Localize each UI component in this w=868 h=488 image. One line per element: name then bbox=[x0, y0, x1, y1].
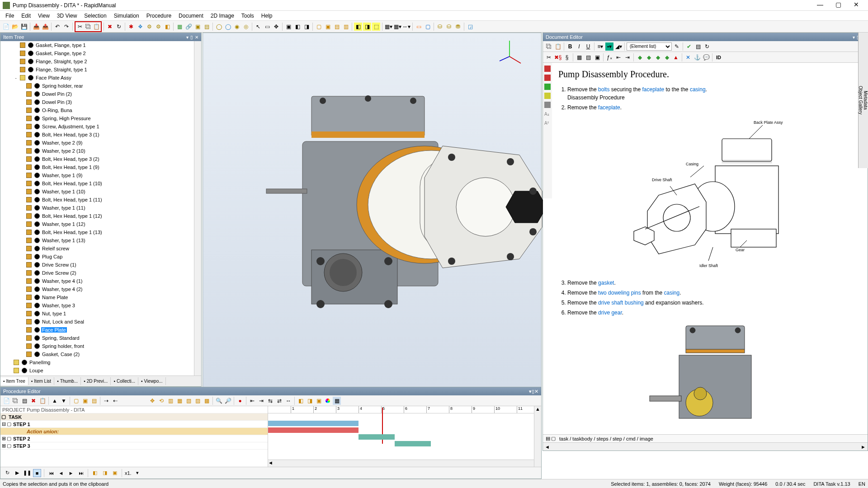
tree-item[interactable]: Bolt, Hex Head, type 3 (2) bbox=[0, 155, 201, 163]
redo-icon[interactable]: ↷ bbox=[62, 23, 71, 31]
tree-item[interactable]: Bolt, Hex Head, type 1 (12) bbox=[0, 212, 201, 220]
menu-edit[interactable]: Edit bbox=[18, 12, 34, 20]
snap-icon[interactable]: ▢ bbox=[424, 23, 432, 31]
tree-tab[interactable]: ▪Thumb... bbox=[54, 377, 81, 385]
tool2-icon[interactable]: ⚙ bbox=[154, 23, 162, 31]
tree-item[interactable]: Plug Cap bbox=[0, 253, 201, 261]
box2-icon[interactable]: ▣ bbox=[324, 23, 332, 31]
tree-item[interactable]: Gasket, Case (2) bbox=[0, 350, 201, 358]
panel-close-icon[interactable]: ✕ bbox=[195, 35, 198, 40]
proc-del-icon[interactable]: ✖ bbox=[29, 397, 38, 405]
tree-item[interactable]: Face Plate bbox=[0, 326, 201, 334]
tree-item[interactable]: O-Ring, Buna bbox=[0, 106, 201, 114]
proc-box3-icon[interactable]: ▤ bbox=[90, 397, 98, 405]
element-list-dropdown[interactable]: (Element list) bbox=[627, 42, 672, 51]
circle2-icon[interactable]: ◯ bbox=[224, 23, 232, 31]
align-icon[interactable]: ≡▾ bbox=[596, 42, 604, 51]
bar-action[interactable] bbox=[268, 427, 359, 433]
menu-2d-image[interactable]: 2D Image bbox=[207, 12, 238, 20]
group-icon[interactable]: ▣ bbox=[193, 23, 202, 31]
tree-tab[interactable]: ▪Collecti... bbox=[111, 377, 138, 385]
menu-simulation[interactable]: Simulation bbox=[110, 12, 143, 20]
comment-icon[interactable]: 💬 bbox=[702, 53, 710, 61]
import-icon[interactable]: 📥 bbox=[32, 23, 40, 31]
tree-item[interactable]: Washer, type 4 (2) bbox=[0, 285, 201, 293]
tree-item[interactable]: Drive Screw (2) bbox=[0, 269, 201, 277]
underline-icon[interactable]: U bbox=[584, 42, 592, 51]
tree-item[interactable]: -Face Plate Assy bbox=[0, 74, 201, 82]
menu-help[interactable]: Help bbox=[258, 12, 276, 20]
tree-item[interactable]: Gasket, Flange, type 1 bbox=[0, 41, 201, 49]
tree-item[interactable]: Spring holder, front bbox=[0, 342, 201, 350]
image-icon[interactable]: ▣ bbox=[593, 53, 601, 61]
refresh-icon[interactable]: ↻ bbox=[115, 23, 123, 31]
tree-item[interactable]: Washer, type 1 (9) bbox=[0, 171, 201, 179]
gutter-yellow-icon[interactable] bbox=[544, 93, 551, 99]
proc-grid-icon[interactable]: ▦ bbox=[333, 397, 341, 405]
proc-step-icon[interactable]: ▤ bbox=[20, 397, 28, 405]
proc-paste-icon[interactable]: 📋 bbox=[38, 397, 47, 405]
gear-icon[interactable]: ✱ bbox=[127, 23, 135, 31]
proc-cube3-icon[interactable]: ▣ bbox=[315, 397, 323, 405]
gutter-a1-icon[interactable]: A₂ bbox=[544, 111, 551, 117]
link-bolts[interactable]: bolts bbox=[598, 86, 609, 93]
doc-paste-icon[interactable]: 📋 bbox=[554, 42, 562, 51]
proc-up-icon[interactable]: ▲ bbox=[51, 397, 59, 405]
tree-item[interactable]: Dowel Pin (2) bbox=[0, 90, 201, 98]
tree-item[interactable]: Bolt, Hex Head, type 1 (13) bbox=[0, 228, 201, 236]
view1-icon[interactable]: ◧ bbox=[293, 23, 302, 31]
tree-item[interactable]: Flange, Straight, type 2 bbox=[0, 57, 201, 66]
open-icon[interactable]: 📂 bbox=[11, 23, 19, 31]
save-icon[interactable]: 💾 bbox=[20, 23, 28, 31]
gutter-a2-icon[interactable]: A² bbox=[544, 120, 551, 126]
tree-item[interactable]: Spring, Standard bbox=[0, 334, 201, 342]
xml-icon[interactable]: ▤ bbox=[546, 436, 550, 441]
tool-icon[interactable]: ⚙ bbox=[145, 23, 153, 31]
proc-box1-icon[interactable]: ▢ bbox=[72, 397, 80, 405]
tree-item[interactable]: Screw, Adjustment, type 1 bbox=[0, 122, 201, 131]
mesh-icon[interactable]: ❖ bbox=[136, 23, 144, 31]
link-dowel[interactable]: two doweling pins bbox=[598, 290, 641, 296]
new-icon[interactable]: 📄 bbox=[2, 23, 10, 31]
cube-icon[interactable]: ◧ bbox=[163, 23, 171, 31]
tree-item[interactable]: Washer, type 1 (13) bbox=[0, 236, 201, 244]
copy-icon[interactable]: ⿻ bbox=[84, 23, 92, 31]
proc-snap1-icon[interactable]: ⇤ bbox=[248, 397, 256, 405]
doc-copy-icon[interactable]: ⿻ bbox=[545, 42, 553, 51]
struct-icon[interactable]: ▤ bbox=[694, 42, 702, 51]
refresh2-icon[interactable]: ↻ bbox=[703, 42, 711, 51]
db-icon[interactable]: ⛁ bbox=[436, 23, 444, 31]
metadata-tab[interactable]: Metadata bbox=[863, 91, 868, 110]
circle4-icon[interactable]: ◎ bbox=[242, 23, 250, 31]
tree-item[interactable]: Washer, type 1 (11) bbox=[0, 204, 201, 212]
timeline[interactable]: 1234567891011 ▲ ◄ bbox=[268, 406, 541, 467]
link-casing[interactable]: casing bbox=[690, 86, 706, 93]
anchor-icon[interactable]: ⚓ bbox=[693, 53, 701, 61]
export-icon[interactable]: 📤 bbox=[41, 23, 49, 31]
proc-snap4-icon[interactable]: ⇄ bbox=[275, 397, 283, 405]
iso-icon[interactable]: ◲ bbox=[466, 23, 474, 31]
tree-item[interactable]: Loupe bbox=[0, 366, 201, 375]
tree-item[interactable]: Spring holder, rear bbox=[0, 82, 201, 90]
link-faceplate[interactable]: faceplate bbox=[642, 86, 664, 93]
first-icon[interactable]: ⏮ bbox=[47, 469, 55, 477]
tree-item[interactable]: PanelImg bbox=[0, 358, 201, 366]
tree-item[interactable]: Spring, High Pressure bbox=[0, 114, 201, 122]
gutter-red2-icon[interactable] bbox=[544, 75, 551, 81]
highlight-icon[interactable]: ◢▾ bbox=[614, 42, 623, 51]
indent-r-icon[interactable]: ⇥ bbox=[623, 53, 632, 61]
gutter-grey-icon[interactable] bbox=[544, 102, 551, 108]
proc-l5-icon[interactable]: ▧ bbox=[184, 397, 193, 405]
pointer-icon[interactable]: ↖ bbox=[254, 23, 262, 31]
32-icon[interactable]: ▭ bbox=[415, 23, 423, 31]
breadcrumb-path[interactable]: task / taskbody / steps / step / cmd / i… bbox=[559, 436, 653, 441]
proc-snap3-icon[interactable]: ⇆ bbox=[266, 397, 274, 405]
hl3-icon[interactable]: ⬚ bbox=[372, 23, 380, 31]
panel-pin-icon[interactable]: ▯ bbox=[190, 35, 193, 40]
tree-tab[interactable]: ▪Item Tree bbox=[0, 377, 28, 385]
wand-icon[interactable]: ✎ bbox=[673, 42, 681, 51]
menu-file[interactable]: File bbox=[2, 12, 18, 20]
tree-item[interactable]: Name Plate bbox=[0, 293, 201, 301]
step-1-row[interactable]: ⊟▢STEP 1 bbox=[0, 421, 268, 428]
circle3-icon[interactable]: ◉ bbox=[233, 23, 241, 31]
